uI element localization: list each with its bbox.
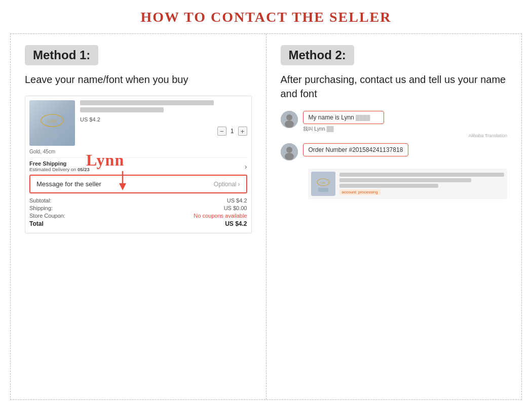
message-bubble-area-1: My name is Lynn ████ 我叫 Lynn ██ Alibaba … — [303, 111, 508, 138]
page-title: HOW TO CONTACT THE SELLER — [140, 9, 391, 25]
method-2-description: After purchasing, contact us and tell us… — [281, 72, 508, 101]
product-title-blur-2 — [80, 107, 164, 112]
shipping-row: Free Shipping Estimated Delivery on 05/2… — [29, 157, 247, 172]
order-bubble: Order Number #201584241137818 — [303, 143, 409, 156]
message-translation: 我叫 Lynn ██ — [303, 126, 508, 133]
product-thumbnail: Gitty — [29, 100, 75, 146]
product-info-blur: account: processing — [339, 172, 505, 196]
subtotal-value: US $4.2 — [227, 197, 247, 204]
total-row: Total US $4.2 — [29, 220, 247, 227]
lynn-label: Lynn — [86, 151, 124, 170]
coupon-value[interactable]: No coupons available — [194, 213, 247, 219]
product-title-blur-1 — [80, 100, 214, 105]
svg-text:Gitty: Gitty — [47, 117, 57, 124]
translation-blur: ██ — [326, 126, 333, 132]
method-1-description: Leave your name/font when you buy — [25, 72, 252, 87]
chat-message-1: My name is Lynn ████ 我叫 Lynn ██ Alibaba … — [281, 111, 508, 138]
message-text-1: My name is Lynn — [309, 114, 354, 121]
method-2-label: Method 2: — [281, 45, 354, 65]
chat-with-product: Gitty account: processing — [281, 169, 508, 199]
shipping-label: Shipping: — [29, 205, 53, 211]
translation-service-label: Alibaba Translation — [303, 133, 508, 138]
qty-decrease-button[interactable]: − — [217, 127, 226, 136]
blur-line-2 — [339, 178, 471, 182]
svg-point-7 — [285, 120, 294, 128]
subtotal-label: Subtotal: — [29, 197, 51, 204]
totals-section: Subtotal: US $4.2 Shipping: US $0.00 Sto… — [29, 197, 247, 227]
order-text: Order Number #201584241137818 — [309, 146, 403, 153]
message-bubble-1: My name is Lynn ████ — [303, 111, 384, 124]
optional-text: Optional — [214, 181, 237, 188]
subtotal-row: Subtotal: US $4.2 — [29, 197, 247, 204]
shipping-subtitle: Estimated Delivery on 05/23 — [29, 167, 90, 172]
message-bubble-area-2: Order Number #201584241137818 — [303, 143, 508, 156]
quantity-row: − 1 + — [80, 127, 247, 136]
svg-rect-2 — [45, 132, 60, 139]
product-thumbnail-small: Gitty — [311, 172, 335, 196]
svg-rect-14 — [318, 188, 328, 192]
product-info: US $4.2 − 1 + — [80, 100, 247, 138]
method-2-column: Method 2: After purchasing, contact us a… — [267, 34, 522, 399]
seller-message-optional: Optional › — [214, 181, 240, 188]
arrow-icon: › — [238, 181, 240, 188]
avatar-icon-1 — [281, 111, 298, 128]
seller-message-label: Message for the seller — [36, 180, 101, 188]
arrow-down-icon — [116, 171, 130, 192]
total-value: US $4.2 — [225, 220, 247, 227]
blur-line-1 — [339, 173, 505, 177]
svg-point-6 — [286, 114, 292, 120]
message-for-seller-box[interactable]: Message for the seller Optional › — [29, 175, 247, 193]
avatar-icon-2 — [281, 143, 298, 160]
qty-increase-button[interactable]: + — [238, 127, 247, 136]
shipping-info: Free Shipping Estimated Delivery on 05/2… — [29, 160, 90, 172]
avatar-2 — [281, 143, 298, 160]
shipping-value: US $0.00 — [224, 205, 247, 211]
quantity-value: 1 — [231, 128, 234, 135]
coupon-row: Store Coupon: No coupons available — [29, 213, 247, 219]
avatar-1 — [281, 111, 298, 128]
shipping-title: Free Shipping — [29, 160, 90, 167]
svg-point-9 — [286, 147, 292, 153]
total-label: Total — [29, 220, 44, 227]
necklace-small-icon: Gitty — [313, 174, 333, 194]
method-1-screenshot: Gitty US $4.2 − 1 + — [25, 96, 252, 233]
necklace-icon: Gitty — [34, 105, 70, 141]
shipping-total-row: Shipping: US $0.00 — [29, 205, 247, 211]
methods-container: Method 1: Leave your name/font when you … — [10, 33, 522, 400]
product-price: US $4.2 — [80, 116, 247, 123]
chat-message-2: Order Number #201584241137818 — [281, 143, 508, 160]
shipping-subtitle-text: Estimated Delivery on — [29, 167, 76, 172]
method-1-label: Method 1: — [25, 45, 98, 65]
svg-point-10 — [285, 153, 294, 160]
status-tag: account: processing — [339, 189, 381, 195]
svg-text:Gitty: Gitty — [320, 181, 326, 184]
svg-marker-4 — [119, 183, 126, 190]
shipping-arrow-icon[interactable]: › — [245, 163, 247, 171]
translation-text: 我叫 Lynn — [303, 126, 325, 132]
coupon-label: Store Coupon: — [29, 213, 65, 219]
method-1-column: Method 1: Leave your name/font when you … — [11, 34, 267, 399]
variant-label: Gold, 45cm — [29, 149, 247, 154]
chat-section: My name is Lynn ████ 我叫 Lynn ██ Alibaba … — [281, 111, 508, 199]
product-image: Gitty — [29, 100, 75, 146]
page-wrapper: HOW TO CONTACT THE SELLER Method 1: Leav… — [0, 0, 532, 405]
blur-line-3 — [339, 184, 438, 188]
message-blur-1: ████ — [356, 115, 370, 120]
product-card-small: Gitty account: processing — [308, 169, 508, 199]
product-row: Gitty US $4.2 − 1 + — [29, 100, 247, 146]
